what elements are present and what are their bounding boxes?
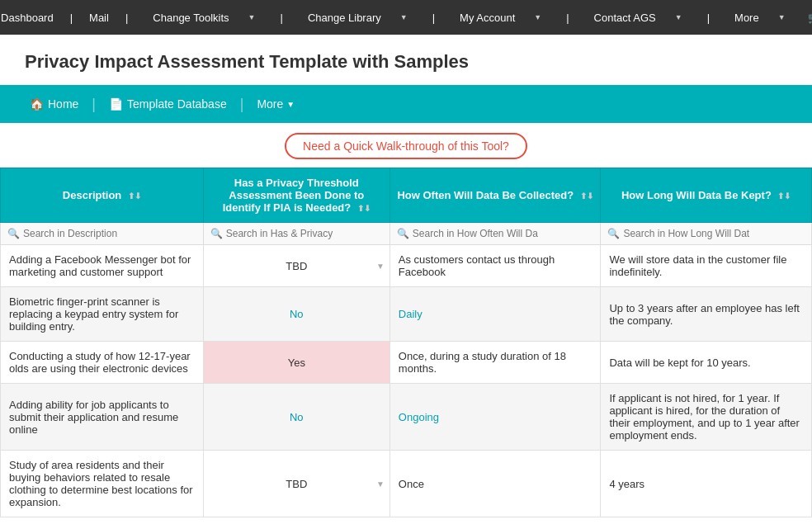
search-how-long-input[interactable] [623,228,805,239]
search-how-often-input[interactable] [413,228,594,239]
nav-my-account[interactable]: My Account ▼ [443,12,558,24]
subnav-home[interactable]: 🏠 Home [17,85,92,123]
subnav-template-database[interactable]: 📄 Template Database [96,85,240,123]
chevron-down-icon: ▼ [392,13,416,21]
search-icon: 🔍 [397,228,409,239]
cell-how-often: Ongoing [389,384,601,451]
sort-icon: ⬆⬇ [128,191,141,201]
search-has-privacy-input[interactable] [226,228,383,239]
table-row: Biometric finger-print scanner is replac… [1,287,812,342]
nav-mail[interactable]: Mail [81,12,117,24]
search-icon: 🔍 [607,228,620,239]
cell-description: Adding a Facebook Messenger bot for mark… [1,245,204,287]
search-how-long[interactable]: 🔍 [601,223,812,245]
search-how-often[interactable]: 🔍 [389,223,601,245]
table-row: Study of area residents and their buying… [1,451,812,517]
table-row: Adding a Facebook Messenger bot for mark… [1,245,812,287]
chevron-down-icon: ▼ [286,100,295,109]
nav-main-dashboard[interactable]: Main Dashboard [0,12,62,24]
cell-description: Study of area residents and their buying… [1,451,204,517]
sort-icon: ⬆⬇ [777,191,791,201]
cell-description: Conducting a study of how 12-17-year old… [1,342,204,384]
nav-change-toolkits[interactable]: Change Toolkits ▼ [136,12,271,24]
document-icon: 📄 [109,97,123,111]
cell-how-long: Data will be kept for 10 years. [601,342,812,384]
col-header-how-long[interactable]: How Long Will Data Be Kept? ⬆⬇ [601,168,812,223]
walkthrough-section: Need a Quick Walk-through of this Tool? [0,123,812,168]
sort-icon: ⬆⬇ [357,204,371,213]
cell-description: Adding ability for job applicants to sub… [1,384,204,451]
page-title: Privacy Impact Assessment Template with … [25,51,787,73]
nav-more[interactable]: More ▼ 🛒 [718,12,812,24]
cell-how-long: Up to 3 years after an employee has left… [601,287,812,342]
cell-has-privacy[interactable]: No [203,384,389,451]
sub-navigation: 🏠 Home | 📄 Template Database | More ▼ [0,85,812,123]
cell-how-often: Once [389,451,601,517]
search-icon: 🔍 [210,228,223,239]
table-row: Adding ability for job applicants to sub… [1,384,812,451]
chevron-down-icon: ▼ [770,13,794,21]
top-navigation: Main Dashboard | Mail | Change Toolkits … [0,0,812,35]
walkthrough-button[interactable]: Need a Quick Walk-through of this Tool? [285,133,527,159]
data-table-container: Description ⬆⬇ Has a Privacy Threshold A… [0,168,812,517]
col-header-has-privacy[interactable]: Has a Privacy Threshold Assessment Been … [203,168,389,223]
search-description-input[interactable] [23,228,196,239]
col-header-description[interactable]: Description ⬆⬇ [1,168,204,223]
cell-how-often: As customers contact us through Facebook [389,245,601,287]
cell-how-often: Daily [389,287,601,342]
page-title-section: Privacy Impact Assessment Template with … [0,35,812,85]
dropdown-arrow-icon[interactable]: ▼ [376,479,385,489]
search-has-privacy[interactable]: 🔍 [203,223,389,245]
sort-icon: ⬆⬇ [580,191,593,201]
chevron-down-icon: ▼ [240,13,264,21]
col-header-how-often[interactable]: How Often Will Data Be Collected? ⬆⬇ [389,168,601,223]
cell-has-privacy[interactable]: TBD▼ [203,245,389,287]
cell-has-privacy[interactable]: Yes [203,342,389,384]
chevron-down-icon: ▼ [667,13,691,21]
dropdown-arrow-icon[interactable]: ▼ [376,262,385,271]
search-icon: 🔍 [7,228,20,239]
cell-how-long: We will store data in the customer file … [601,245,812,287]
table-row: Conducting a study of how 12-17-year old… [1,342,812,384]
home-icon: 🏠 [30,97,44,111]
cell-how-long: If applicant is not hired, for 1 year. I… [601,384,812,451]
cell-has-privacy[interactable]: No [203,287,389,342]
nav-change-library[interactable]: Change Library ▼ [291,12,424,24]
cell-how-often: Once, during a study duration of 18 mont… [389,342,601,384]
chevron-down-icon: ▼ [526,13,550,21]
cell-how-long: 4 years [601,451,812,517]
nav-contact-ags[interactable]: Contact AGS ▼ [578,12,699,24]
cell-has-privacy[interactable]: TBD▼ [203,451,389,517]
subnav-more[interactable]: More ▼ [243,85,308,123]
cell-description: Biometric finger-print scanner is replac… [1,287,204,342]
data-table: Description ⬆⬇ Has a Privacy Threshold A… [0,168,812,517]
search-description[interactable]: 🔍 [1,223,204,245]
cart-icon: 🛒 [800,12,812,24]
